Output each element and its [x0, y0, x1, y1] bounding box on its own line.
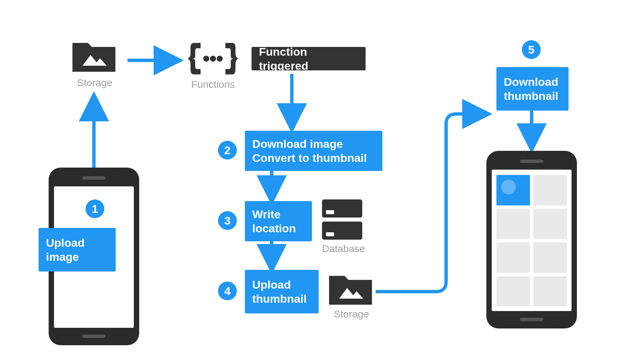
- storage-icon: [70, 37, 117, 74]
- step3-label: Write location: [252, 207, 296, 236]
- upload-image-box: Upload image: [39, 228, 116, 272]
- diagram-stage: Storage Functions Function triggered 2 D…: [0, 0, 644, 362]
- badge-1-num: 1: [92, 202, 98, 216]
- functions-icon: [188, 40, 238, 77]
- badge-4: 4: [218, 282, 237, 300]
- badge-3: 3: [218, 211, 237, 230]
- database-icon: [322, 199, 362, 240]
- empty-cell: [496, 209, 530, 239]
- step4-label: Upload thumbnail: [252, 278, 307, 306]
- database-label: Database: [322, 243, 365, 254]
- svg-point-3: [217, 56, 223, 62]
- empty-cell: [496, 276, 530, 307]
- thumbnail-cell: [496, 175, 530, 205]
- empty-cell: [496, 242, 530, 273]
- badge-2-num: 2: [224, 144, 231, 157]
- badge-1: 1: [86, 199, 104, 218]
- functions-label: Functions: [191, 79, 235, 90]
- svg-point-1: [203, 56, 209, 62]
- upload-image-label: Upload image: [46, 236, 85, 264]
- svg-point-2: [210, 56, 216, 62]
- arrow-storage-to-phone: [376, 114, 486, 292]
- download-thumb-box: Download thumbnail: [496, 67, 569, 111]
- badge-2: 2: [218, 141, 237, 160]
- step4-box: Upload thumbnail: [245, 270, 319, 313]
- step3-box: Write location: [245, 201, 312, 241]
- empty-cell: [533, 242, 567, 273]
- badge-3-num: 3: [224, 214, 231, 227]
- phone-right: [486, 151, 577, 328]
- empty-cell: [533, 209, 567, 239]
- function-triggered-box: Function triggered: [252, 47, 366, 70]
- empty-cell: [533, 175, 567, 205]
- storage-label: Storage: [77, 77, 112, 88]
- storage-bottom-icon: [327, 270, 374, 307]
- empty-cell: [533, 276, 567, 307]
- storage-bottom-label: Storage: [334, 308, 369, 320]
- badge-5-num: 5: [528, 43, 535, 56]
- function-triggered-label: Function triggered: [259, 45, 358, 73]
- step2-box: Download image Convert to thumbnail: [245, 131, 382, 171]
- download-thumb-label: Download thumbnail: [504, 75, 558, 103]
- step2-label: Download image Convert to thumbnail: [252, 137, 367, 165]
- badge-4-num: 4: [224, 285, 231, 298]
- gallery-grid: [496, 175, 567, 306]
- badge-5: 5: [522, 40, 541, 59]
